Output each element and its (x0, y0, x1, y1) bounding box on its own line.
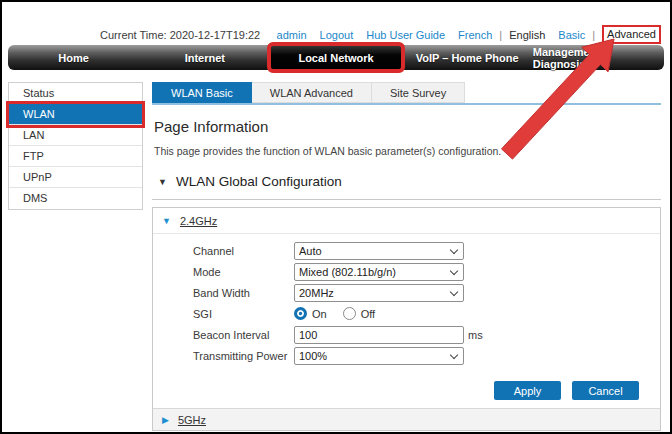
page-title: Page Information (154, 118, 268, 135)
tab-wlan-basic[interactable]: WLAN Basic (152, 82, 252, 103)
collapse-triangle-icon: ▼ (162, 216, 171, 226)
logout-link[interactable]: Logout (320, 29, 354, 41)
section-title: WLAN Global Configuration (176, 174, 342, 189)
beacon-interval-row: Beacon Interval ms (153, 324, 660, 345)
band-5ghz-label: 5GHz (178, 414, 206, 426)
section-divider (152, 199, 661, 200)
nav-item-management-diagnosis[interactable]: Management & Diagnosis (533, 45, 664, 70)
transmitting-power-select-wrap: 100% (294, 347, 464, 365)
separator: | (499, 29, 502, 41)
channel-label: Channel (193, 245, 294, 257)
channel-select-wrap: Auto (294, 242, 464, 260)
router-admin-window: Current Time: 2020-12-17T19:22 admin Log… (0, 0, 672, 434)
nav-item-home[interactable]: Home (8, 45, 139, 70)
tab-wlan-advanced[interactable]: WLAN Advanced (252, 82, 372, 103)
band-width-row: Band Width 20MHz (153, 282, 660, 303)
nav-item-voip-home-phone[interactable]: VoIP – Home Phone (402, 45, 533, 70)
wlan-config-panel: ▼ 2.4GHz Channel Auto Mode Mixed (802.11… (152, 207, 661, 431)
band-width-select[interactable]: 20MHz (294, 284, 464, 302)
hub-user-guide-link[interactable]: Hub User Guide (366, 29, 445, 41)
english-language-label: English (509, 29, 545, 41)
band-width-label: Band Width (193, 287, 294, 299)
current-time-label: Current Time: 2020-12-17T19:22 (100, 29, 260, 41)
wlan-global-configuration-header[interactable]: ▼ WLAN Global Configuration (158, 174, 342, 189)
sidebar-item-dms[interactable]: DMS (9, 188, 142, 209)
sgi-off-option[interactable]: Off (343, 307, 375, 320)
transmitting-power-row: Transmitting Power 100% (153, 345, 660, 366)
band-2-4ghz-header[interactable]: ▼ 2.4GHz (153, 208, 660, 234)
beacon-interval-label: Beacon Interval (193, 329, 294, 341)
collapse-triangle-icon: ▼ (158, 177, 167, 187)
channel-select[interactable]: Auto (294, 242, 464, 260)
radio-unselected-icon[interactable] (343, 307, 356, 320)
sgi-off-label: Off (361, 308, 375, 320)
top-utility-bar: Current Time: 2020-12-17T19:22 admin Log… (100, 26, 661, 43)
radio-selected-icon[interactable] (294, 307, 307, 320)
channel-row: Channel Auto (153, 240, 660, 261)
wlan-tab-bar: WLAN Basic WLAN Advanced Site Survey (152, 82, 465, 103)
sidebar-item-status[interactable]: Status (9, 83, 142, 104)
sidebar-item-ftp[interactable]: FTP (9, 146, 142, 167)
sidebar-item-upnp[interactable]: UPnP (9, 167, 142, 188)
mode-select[interactable]: Mixed (802.11b/g/n) (294, 263, 464, 281)
sgi-row: SGI On Off (153, 303, 660, 324)
band-width-select-wrap: 20MHz (294, 284, 464, 302)
sgi-radio-group: On Off (294, 307, 375, 320)
expand-triangle-icon: ▶ (162, 415, 169, 425)
band-5ghz-header[interactable]: ▶ 5GHz (153, 408, 660, 430)
form-buttons: Apply Cancel (153, 381, 660, 400)
sidebar-item-wlan[interactable]: WLAN (9, 104, 142, 125)
admin-link[interactable]: admin (277, 29, 307, 41)
beacon-interval-input[interactable] (294, 326, 464, 344)
cancel-button[interactable]: Cancel (572, 381, 639, 400)
apply-button[interactable]: Apply (494, 381, 561, 400)
nav-item-local-network[interactable]: Local Network (270, 45, 401, 70)
sidebar: Status WLAN LAN FTP UPnP DMS (8, 82, 143, 210)
separator: | (592, 29, 595, 41)
band-2-4ghz-label: 2.4GHz (180, 215, 217, 227)
mode-label: Mode (193, 266, 294, 278)
band-2-4ghz-form: Channel Auto Mode Mixed (802.11b/g/n) (153, 234, 660, 400)
tab-site-survey[interactable]: Site Survey (372, 82, 465, 103)
sidebar-item-lan[interactable]: LAN (9, 125, 142, 146)
mode-row: Mode Mixed (802.11b/g/n) (153, 261, 660, 282)
transmitting-power-select[interactable]: 100% (294, 347, 464, 365)
sgi-label: SGI (193, 308, 294, 320)
top-links: admin Logout Hub User Guide French | Eng… (277, 25, 661, 44)
basic-mode-link[interactable]: Basic (558, 29, 585, 41)
sgi-on-label: On (312, 308, 327, 320)
advanced-mode-link-highlighted[interactable]: Advanced (602, 25, 661, 44)
tab-underline (152, 103, 661, 105)
sgi-on-option[interactable]: On (294, 307, 327, 320)
mode-select-wrap: Mixed (802.11b/g/n) (294, 263, 464, 281)
page-description: This page provides the function of WLAN … (154, 145, 501, 157)
transmitting-power-label: Transmitting Power (193, 350, 294, 362)
beacon-interval-unit: ms (468, 329, 483, 341)
french-language-link[interactable]: French (458, 29, 492, 41)
main-nav-bar: Home Internet Local Network VoIP – Home … (8, 45, 664, 70)
nav-item-internet[interactable]: Internet (139, 45, 270, 70)
